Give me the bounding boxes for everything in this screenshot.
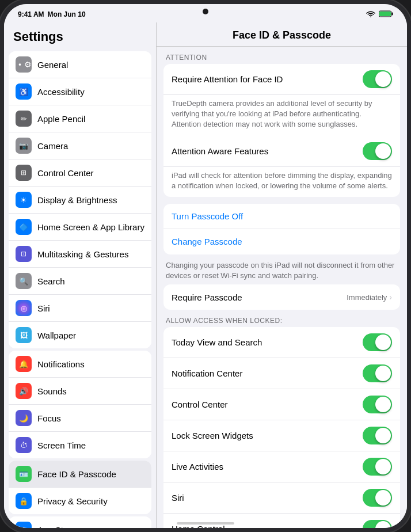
sidebar-item-apple-pencil[interactable]: ✏ Apple Pencil [9, 105, 151, 132]
date: Mon Jun 10 [48, 10, 86, 18]
turn-passcode-off-label: Turn Passcode Off [172, 211, 243, 221]
sidebar-item-general[interactable]: ⚙ General [9, 51, 151, 78]
attention-aware-knob [375, 143, 391, 159]
sidebar-item-sounds-label: Sounds [37, 386, 144, 396]
lock-screen-widgets-row: Lock Screen Widgets [163, 420, 400, 451]
today-view-label: Today View and Search [172, 337, 363, 347]
require-attention-toggle[interactable] [363, 70, 392, 88]
require-passcode-label: Require Passcode [172, 292, 347, 302]
require-attention-desc: TrueDepth camera provides an additional … [163, 95, 400, 136]
sidebar-item-general-label: General [37, 60, 144, 70]
require-passcode-chevron: › [389, 292, 392, 302]
sidebar-item-wallpaper[interactable]: 🖼 Wallpaper [9, 322, 151, 348]
sidebar-item-apple-pencil-label: Apple Pencil [37, 114, 144, 124]
sidebar-item-focus[interactable]: 🌙 Focus [9, 405, 151, 432]
sidebar-item-control-center[interactable]: ⊞ Control Center [9, 159, 151, 187]
lock-screen-widgets-toggle[interactable] [363, 427, 392, 444]
require-attention-knob [375, 71, 391, 87]
sidebar-item-home-screen-label: Home Screen & App Library [37, 222, 144, 232]
control-center-row: Control Center [163, 389, 400, 420]
sidebar-item-privacy[interactable]: 🔒 Privacy & Security [9, 488, 151, 514]
sidebar-item-search[interactable]: 🔍 Search [9, 268, 151, 295]
sidebar-item-face-id-label: Face ID & Passcode [37, 469, 144, 479]
app-store-icon: A [16, 522, 32, 528]
sidebar-item-camera-label: Camera [37, 141, 144, 151]
siri-row: Siri [163, 482, 400, 514]
attention-aware-desc: iPad will check for attention before dim… [163, 167, 400, 197]
device-frame: 9:41 AM Mon Jun 10 [4, 4, 407, 528]
sidebar-item-app-store[interactable]: A App Store [9, 516, 151, 528]
sidebar-item-focus-label: Focus [37, 413, 144, 423]
siri-label: Siri [172, 493, 363, 503]
sidebar-item-app-store-label: App Store [37, 525, 144, 529]
sidebar-item-siri[interactable]: ◎ Siri [9, 295, 151, 322]
camera-dot [203, 9, 208, 14]
sidebar-title: Settings [4, 22, 156, 49]
home-control-row: Home Control [163, 514, 400, 528]
face-id-icon: 🪪 [16, 466, 32, 482]
sidebar-item-control-center-label: Control Center [37, 168, 144, 178]
turn-passcode-off-row[interactable]: Turn Passcode Off [163, 204, 400, 229]
notification-center-label: Notification Center [172, 368, 363, 378]
sidebar-item-screen-time-label: Screen Time [37, 440, 144, 450]
sidebar-item-multitasking[interactable]: ⊡ Multitasking & Gestures [9, 241, 151, 268]
notification-center-toggle[interactable] [363, 364, 392, 382]
attention-aware-row: Attention Aware Features [163, 136, 400, 167]
sidebar-item-multitasking-label: Multitasking & Gestures [37, 249, 144, 259]
sidebar-item-screen-time[interactable]: ⏱ Screen Time [9, 432, 151, 458]
passcode-section: Turn Passcode Off Change Passcode Changi… [163, 204, 400, 310]
focus-icon: 🌙 [16, 410, 32, 426]
attention-aware-label: Attention Aware Features [172, 146, 363, 156]
status-bar-right [366, 10, 393, 19]
notifications-icon: 🔔 [16, 356, 32, 372]
home-control-label: Home Control [172, 524, 363, 528]
allow-access-section: ALLOW ACCESS WHEN LOCKED: Today View and… [163, 317, 400, 528]
siri-icon: ◎ [16, 300, 32, 316]
notification-center-row: Notification Center [163, 358, 400, 389]
today-view-toggle[interactable] [363, 333, 392, 351]
attention-aware-toggle[interactable] [363, 142, 392, 160]
home-screen-icon: 🔷 [16, 219, 32, 235]
home-control-toggle[interactable] [363, 520, 392, 528]
attention-section: ATTENTION Require Attention for Face ID … [163, 54, 400, 197]
general-icon: ⚙ [16, 56, 32, 73]
change-passcode-row[interactable]: Change Passcode [163, 229, 400, 254]
accessibility-icon: ♿ [16, 83, 32, 100]
require-passcode-row[interactable]: Require Passcode Immediately › [163, 284, 400, 310]
battery-icon [379, 10, 393, 19]
live-activities-row: Live Activities [163, 451, 400, 482]
wifi-icon [366, 10, 375, 19]
sidebar-group-notifications: 🔔 Notifications 🔊 Sounds 🌙 Focus [9, 351, 151, 458]
multitasking-icon: ⊡ [16, 246, 32, 262]
time: 9:41 AM [18, 10, 44, 18]
sidebar-item-notifications[interactable]: 🔔 Notifications [9, 351, 151, 378]
attention-card: Require Attention for Face ID TrueDepth … [163, 64, 400, 197]
sidebar-item-home-screen[interactable]: 🔷 Home Screen & App Library [9, 214, 151, 241]
content-area: Face ID & Passcode ATTENTION Require Att… [157, 22, 407, 528]
sidebar-item-camera[interactable]: 📷 Camera [9, 132, 151, 159]
content-title: Face ID & Passcode [157, 22, 407, 47]
change-passcode-label: Change Passcode [172, 237, 242, 246]
wallpaper-icon: 🖼 [16, 327, 32, 343]
sidebar-group-security: 🪪 Face ID & Passcode 🔒 Privacy & Securit… [9, 461, 151, 514]
allow-access-label: ALLOW ACCESS WHEN LOCKED: [163, 317, 400, 327]
allow-access-card: Today View and Search Notification Cente… [163, 327, 400, 528]
sidebar-item-accessibility[interactable]: ♿ Accessibility [9, 78, 151, 105]
sidebar-item-sounds[interactable]: 🔊 Sounds [9, 378, 151, 405]
live-activities-toggle[interactable] [363, 458, 392, 476]
siri-toggle[interactable] [363, 489, 392, 507]
sidebar-item-display[interactable]: ☀ Display & Brightness [9, 187, 151, 214]
control-center-toggle[interactable] [363, 396, 392, 413]
require-passcode-value: Immediately [347, 293, 387, 302]
home-indicator [177, 522, 234, 525]
sidebar-item-accessibility-label: Accessibility [37, 87, 144, 97]
sidebar-group-store: A App Store ● Game Center ☁ iCloud [9, 516, 151, 528]
today-view-row: Today View and Search [163, 327, 400, 358]
sidebar-item-face-id[interactable]: 🪪 Face ID & Passcode [9, 461, 151, 488]
camera-icon: 📷 [16, 138, 32, 154]
svg-rect-3 [379, 12, 391, 16]
apple-pencil-icon: ✏ [16, 111, 32, 127]
sidebar-item-privacy-label: Privacy & Security [37, 496, 144, 506]
sidebar-group-system: ⚙ General ♿ Accessibility ✏ Apple Pencil [9, 51, 151, 348]
lock-screen-widgets-label: Lock Screen Widgets [172, 431, 363, 440]
